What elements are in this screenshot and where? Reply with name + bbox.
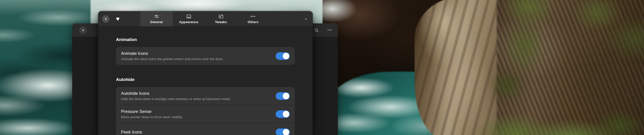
row-text: Autohide Icons Hide the dock when it ove…	[121, 91, 270, 102]
tweaks-icon	[219, 14, 223, 19]
animation-group: Animate Icons Animate the dash icons the…	[116, 47, 295, 65]
row-title: Pressure Sense	[121, 109, 270, 115]
row-title: Animate Icons	[121, 51, 270, 57]
wallpaper-vegetation	[477, 0, 644, 135]
tab-label: Tweaks	[215, 20, 227, 24]
preferences-dialog: ✕ ♥ General	[98, 11, 313, 135]
more-dots-icon: •••	[251, 14, 256, 19]
tab-label: Others	[248, 20, 258, 24]
search-button[interactable]	[303, 16, 309, 22]
toggle-knob	[283, 111, 289, 117]
section-title-animation: Animation	[116, 37, 295, 42]
close-button[interactable]: ✕	[79, 26, 87, 34]
animate-icons-toggle[interactable]	[276, 52, 290, 60]
autohide-icons-toggle[interactable]	[276, 92, 290, 100]
section-title-autohide: Autohide	[116, 77, 295, 82]
screen-dock-icon	[186, 14, 191, 19]
row-animate-icons[interactable]: Animate Icons Animate the dash icons the…	[116, 47, 295, 65]
search-icon[interactable]	[314, 28, 319, 33]
dialog-tab-strip: General Appearance	[140, 11, 269, 26]
toggle-knob	[283, 93, 289, 99]
tab-general[interactable]: General	[140, 11, 173, 26]
tab-label: Appearance	[179, 20, 198, 24]
tab-others[interactable]: ••• Others	[237, 11, 269, 26]
dialog-headerbar[interactable]: ✕ ♥ General	[98, 11, 313, 26]
row-subtitle: Animate the dash icons the pointer enter…	[121, 57, 270, 62]
peek-icons-toggle[interactable]	[276, 128, 290, 135]
sliders-icon	[154, 14, 159, 19]
menu-dots-icon[interactable]: •••	[328, 28, 332, 32]
autohide-group: Autohide Icons Hide the dock when it ove…	[116, 87, 295, 135]
row-title: Peek Icons	[121, 129, 270, 135]
row-peek-icons[interactable]: Peek Icons	[116, 123, 295, 135]
tab-appearance[interactable]: Appearance	[173, 11, 205, 26]
pressure-sense-toggle[interactable]	[276, 110, 290, 118]
row-pressure-sense[interactable]: Pressure Sense Move pointer down to forc…	[116, 105, 295, 123]
search-icon	[305, 17, 307, 22]
heart-icon[interactable]: ♥	[116, 16, 119, 22]
wallpaper-cove-water	[326, 72, 469, 135]
tab-tweaks[interactable]: Tweaks	[205, 11, 237, 26]
row-text: Animate Icons Animate the dash icons the…	[121, 51, 270, 62]
wallpaper-cliff-rock	[415, 0, 514, 135]
row-autohide-icons[interactable]: Autohide Icons Hide the dock when it ove…	[116, 87, 295, 105]
wallpaper-hillside	[497, 0, 644, 135]
desktop: ✕ ••• ✕ ♥	[0, 0, 644, 135]
toggle-knob	[283, 53, 289, 59]
toggle-knob	[283, 129, 289, 135]
row-title: Autohide Icons	[121, 91, 270, 97]
row-subtitle: Hide the dock when it overlaps with wind…	[121, 97, 270, 102]
row-text: Pressure Sense Move pointer down to forc…	[121, 109, 270, 120]
row-text: Peek Icons	[121, 129, 270, 135]
wallpaper-cliff-shadow	[323, 0, 446, 135]
close-button[interactable]: ✕	[102, 15, 109, 23]
row-subtitle: Move pointer down to force dash visiblit…	[121, 115, 270, 120]
dialog-body: Animation Animate Icons Animate the dash…	[98, 37, 313, 135]
tab-label: General	[150, 20, 163, 24]
